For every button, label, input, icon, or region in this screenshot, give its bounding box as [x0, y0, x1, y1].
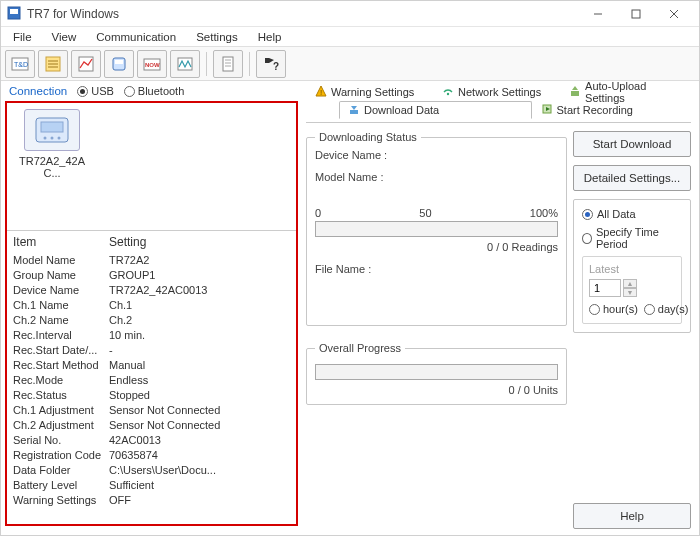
radio-bluetooth[interactable]: Bluetooth: [124, 85, 184, 97]
highlight-box: TR72A2_42AC... Item Setting Model NameTR…: [5, 101, 298, 526]
table-row: Serial No.42AC0013: [13, 433, 290, 448]
svg-point-29: [58, 137, 61, 140]
svg-text:?: ?: [273, 61, 279, 72]
svg-point-28: [51, 137, 54, 140]
warning-icon: !: [315, 85, 327, 99]
toolbar-chart-icon[interactable]: [71, 50, 101, 78]
toolbar-app-icon[interactable]: T&D: [5, 50, 35, 78]
table-row: Rec.Interval10 min.: [13, 328, 290, 343]
menu-help[interactable]: Help: [250, 29, 290, 45]
downloading-status-legend: Downloading Status: [315, 131, 421, 143]
properties-table: Item Setting Model NameTR72A2Group NameG…: [7, 231, 296, 524]
connection-header: Connection USB Bluetooth: [5, 83, 298, 101]
download-progressbar: [315, 221, 558, 237]
start-download-button[interactable]: Start Download: [573, 131, 691, 157]
toolbar: T&D NOW ?: [1, 47, 699, 81]
toolbar-list-icon[interactable]: [38, 50, 68, 78]
toolbar-now-icon[interactable]: NOW: [137, 50, 167, 78]
radio-all-data[interactable]: All Data: [582, 208, 682, 220]
device-icon: [24, 109, 80, 151]
table-row: Ch.2 AdjustmentSensor Not Connected: [13, 418, 290, 433]
tab-start-recording[interactable]: Start Recording: [532, 101, 686, 119]
table-row: Registration Code70635874: [13, 448, 290, 463]
svg-marker-36: [351, 106, 357, 110]
svg-text:NOW: NOW: [145, 62, 160, 68]
latest-value-input[interactable]: [589, 279, 621, 297]
svg-marker-34: [572, 86, 578, 90]
overall-progressbar: [315, 364, 558, 380]
readings-count: 0 / 0 Readings: [315, 241, 558, 253]
menu-communication[interactable]: Communication: [88, 29, 184, 45]
toolbar-device-icon[interactable]: [104, 50, 134, 78]
file-name-label: File Name :: [315, 263, 371, 275]
close-button[interactable]: [655, 2, 693, 26]
model-name-label: Model Name :: [315, 171, 383, 183]
table-row: Warning SettingsOFF: [13, 493, 290, 508]
props-header-item: Item: [13, 235, 109, 249]
table-row: Model NameTR72A2: [13, 253, 290, 268]
tab-auto-upload-settings[interactable]: Auto-Upload Settings: [560, 83, 691, 101]
latest-label: Latest: [589, 263, 675, 275]
svg-point-27: [44, 137, 47, 140]
spin-down-icon[interactable]: ▼: [623, 288, 637, 297]
tab-download-data[interactable]: Download Data: [339, 101, 532, 119]
menu-settings[interactable]: Settings: [188, 29, 246, 45]
overall-progress-group: Overall Progress 0 / 0 Units: [306, 342, 567, 405]
radio-hours[interactable]: hour(s): [589, 303, 638, 315]
svg-rect-22: [265, 58, 269, 63]
table-row: Rec.ModeEndless: [13, 373, 290, 388]
record-icon: [541, 103, 553, 117]
table-row: Rec.Start Date/...-: [13, 343, 290, 358]
progress-tick-50: 50: [419, 207, 431, 219]
radio-days[interactable]: day(s): [644, 303, 689, 315]
svg-rect-14: [115, 60, 123, 64]
connection-label: Connection: [9, 85, 67, 97]
help-button[interactable]: Help: [573, 503, 691, 529]
table-row: Ch.1 AdjustmentSensor Not Connected: [13, 403, 290, 418]
table-row: Rec.StatusStopped: [13, 388, 290, 403]
svg-text:T&D: T&D: [14, 61, 28, 68]
svg-line-4: [670, 10, 678, 18]
table-row: Ch.1 NameCh.1: [13, 298, 290, 313]
svg-rect-18: [223, 57, 233, 71]
overall-units: 0 / 0 Units: [315, 384, 558, 396]
device-name-label: Device Name :: [315, 149, 387, 161]
svg-rect-26: [41, 122, 63, 132]
progress-tick-0: 0: [315, 207, 321, 219]
download-icon: [348, 103, 360, 117]
spin-up-icon[interactable]: ▲: [623, 279, 637, 288]
radio-specify-time-period[interactable]: Specify Time Period: [582, 226, 682, 250]
app-icon: [7, 6, 21, 22]
overall-progress-legend: Overall Progress: [315, 342, 405, 354]
table-row: Group NameGROUP1: [13, 268, 290, 283]
svg-text:!: !: [320, 88, 322, 97]
upload-icon: [569, 85, 581, 99]
svg-rect-1: [10, 9, 18, 14]
toolbar-help-icon[interactable]: ?: [256, 50, 286, 78]
svg-rect-35: [350, 110, 358, 114]
titlebar: TR7 for Windows: [1, 1, 699, 27]
radio-usb[interactable]: USB: [77, 85, 114, 97]
window-title: TR7 for Windows: [27, 7, 579, 21]
menu-view[interactable]: View: [44, 29, 85, 45]
tab-network-settings[interactable]: Network Settings: [433, 83, 560, 101]
device-list: TR72A2_42AC...: [7, 103, 296, 231]
wifi-icon: [442, 85, 454, 99]
minimize-button[interactable]: [579, 2, 617, 26]
maximize-button[interactable]: [617, 2, 655, 26]
svg-rect-3: [632, 10, 640, 18]
svg-point-32: [447, 93, 449, 95]
device-item[interactable]: TR72A2_42AC...: [13, 109, 91, 179]
table-row: Data FolderC:\Users\User\Docu...: [13, 463, 290, 478]
tab-bar: ! Warning Settings Network Settings Auto…: [306, 83, 691, 119]
toolbar-doc-icon[interactable]: [213, 50, 243, 78]
tab-warning-settings[interactable]: ! Warning Settings: [306, 83, 433, 101]
svg-rect-33: [571, 91, 579, 96]
table-row: Ch.2 NameCh.2: [13, 313, 290, 328]
toolbar-zigzag-icon[interactable]: [170, 50, 200, 78]
downloading-status-group: Downloading Status Device Name : Model N…: [306, 131, 567, 326]
range-group: All Data Specify Time Period Latest ▲ ▼: [573, 199, 691, 333]
detailed-settings-button[interactable]: Detailed Settings...: [573, 165, 691, 191]
menu-file[interactable]: File: [5, 29, 40, 45]
table-row: Rec.Start MethodManual: [13, 358, 290, 373]
